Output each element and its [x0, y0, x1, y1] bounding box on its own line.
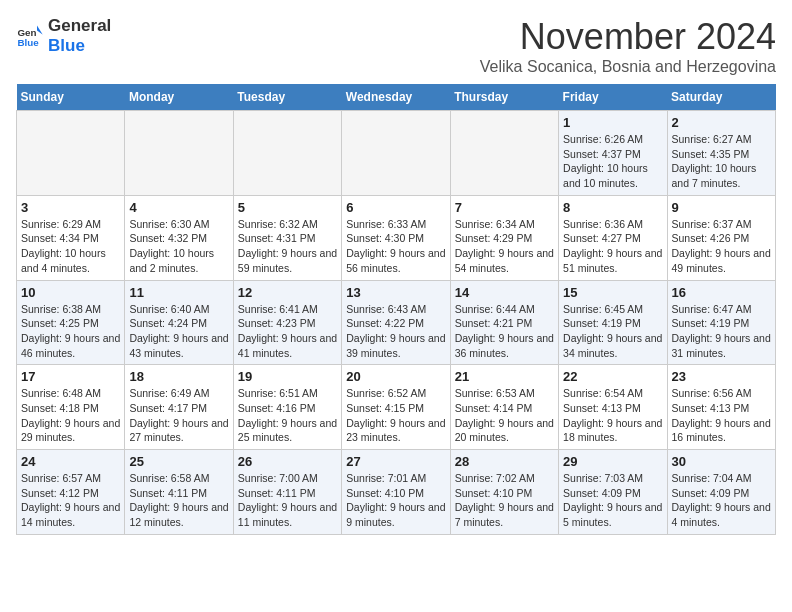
calendar-cell: 5Sunrise: 6:32 AMSunset: 4:31 PMDaylight… [233, 195, 341, 280]
day-info: Sunrise: 6:53 AMSunset: 4:14 PMDaylight:… [455, 386, 554, 445]
day-info: Sunrise: 6:43 AMSunset: 4:22 PMDaylight:… [346, 302, 445, 361]
calendar-cell: 18Sunrise: 6:49 AMSunset: 4:17 PMDayligh… [125, 365, 233, 450]
calendar-week-4: 17Sunrise: 6:48 AMSunset: 4:18 PMDayligh… [17, 365, 776, 450]
day-number: 19 [238, 369, 337, 384]
calendar-cell: 3Sunrise: 6:29 AMSunset: 4:34 PMDaylight… [17, 195, 125, 280]
day-number: 4 [129, 200, 228, 215]
logo-blue: Blue [48, 36, 85, 55]
svg-marker-2 [37, 26, 43, 35]
day-info: Sunrise: 6:38 AMSunset: 4:25 PMDaylight:… [21, 302, 120, 361]
day-info: Sunrise: 7:01 AMSunset: 4:10 PMDaylight:… [346, 471, 445, 530]
day-info: Sunrise: 6:32 AMSunset: 4:31 PMDaylight:… [238, 217, 337, 276]
weekday-thursday: Thursday [450, 84, 558, 111]
logo-general: General [48, 16, 111, 35]
weekday-saturday: Saturday [667, 84, 775, 111]
calendar-cell [17, 111, 125, 196]
day-number: 13 [346, 285, 445, 300]
calendar-table: SundayMondayTuesdayWednesdayThursdayFrid… [16, 84, 776, 535]
day-info: Sunrise: 6:52 AMSunset: 4:15 PMDaylight:… [346, 386, 445, 445]
calendar-cell: 14Sunrise: 6:44 AMSunset: 4:21 PMDayligh… [450, 280, 558, 365]
calendar-cell [125, 111, 233, 196]
day-number: 9 [672, 200, 771, 215]
calendar-cell: 11Sunrise: 6:40 AMSunset: 4:24 PMDayligh… [125, 280, 233, 365]
weekday-tuesday: Tuesday [233, 84, 341, 111]
day-info: Sunrise: 7:00 AMSunset: 4:11 PMDaylight:… [238, 471, 337, 530]
day-info: Sunrise: 6:51 AMSunset: 4:16 PMDaylight:… [238, 386, 337, 445]
day-info: Sunrise: 6:57 AMSunset: 4:12 PMDaylight:… [21, 471, 120, 530]
calendar-cell: 12Sunrise: 6:41 AMSunset: 4:23 PMDayligh… [233, 280, 341, 365]
location-title: Velika Socanica, Bosnia and Herzegovina [480, 58, 776, 76]
calendar-cell: 8Sunrise: 6:36 AMSunset: 4:27 PMDaylight… [559, 195, 667, 280]
calendar-week-5: 24Sunrise: 6:57 AMSunset: 4:12 PMDayligh… [17, 450, 776, 535]
day-number: 18 [129, 369, 228, 384]
day-number: 27 [346, 454, 445, 469]
weekday-sunday: Sunday [17, 84, 125, 111]
calendar-cell: 17Sunrise: 6:48 AMSunset: 4:18 PMDayligh… [17, 365, 125, 450]
day-number: 7 [455, 200, 554, 215]
day-number: 10 [21, 285, 120, 300]
day-info: Sunrise: 6:37 AMSunset: 4:26 PMDaylight:… [672, 217, 771, 276]
day-info: Sunrise: 7:03 AMSunset: 4:09 PMDaylight:… [563, 471, 662, 530]
weekday-wednesday: Wednesday [342, 84, 450, 111]
month-title: November 2024 [480, 16, 776, 58]
day-number: 14 [455, 285, 554, 300]
calendar-cell: 6Sunrise: 6:33 AMSunset: 4:30 PMDaylight… [342, 195, 450, 280]
day-number: 22 [563, 369, 662, 384]
calendar-cell: 4Sunrise: 6:30 AMSunset: 4:32 PMDaylight… [125, 195, 233, 280]
day-info: Sunrise: 6:26 AMSunset: 4:37 PMDaylight:… [563, 132, 662, 191]
day-number: 12 [238, 285, 337, 300]
calendar-cell: 16Sunrise: 6:47 AMSunset: 4:19 PMDayligh… [667, 280, 775, 365]
calendar-cell: 21Sunrise: 6:53 AMSunset: 4:14 PMDayligh… [450, 365, 558, 450]
day-number: 15 [563, 285, 662, 300]
calendar-cell: 19Sunrise: 6:51 AMSunset: 4:16 PMDayligh… [233, 365, 341, 450]
day-number: 8 [563, 200, 662, 215]
day-info: Sunrise: 6:29 AMSunset: 4:34 PMDaylight:… [21, 217, 120, 276]
calendar-cell: 10Sunrise: 6:38 AMSunset: 4:25 PMDayligh… [17, 280, 125, 365]
day-info: Sunrise: 6:48 AMSunset: 4:18 PMDaylight:… [21, 386, 120, 445]
day-number: 5 [238, 200, 337, 215]
day-info: Sunrise: 6:41 AMSunset: 4:23 PMDaylight:… [238, 302, 337, 361]
calendar-week-3: 10Sunrise: 6:38 AMSunset: 4:25 PMDayligh… [17, 280, 776, 365]
day-number: 11 [129, 285, 228, 300]
calendar-cell: 23Sunrise: 6:56 AMSunset: 4:13 PMDayligh… [667, 365, 775, 450]
calendar-cell: 20Sunrise: 6:52 AMSunset: 4:15 PMDayligh… [342, 365, 450, 450]
day-number: 23 [672, 369, 771, 384]
day-number: 16 [672, 285, 771, 300]
day-info: Sunrise: 7:02 AMSunset: 4:10 PMDaylight:… [455, 471, 554, 530]
day-info: Sunrise: 7:04 AMSunset: 4:09 PMDaylight:… [672, 471, 771, 530]
calendar-cell: 9Sunrise: 6:37 AMSunset: 4:26 PMDaylight… [667, 195, 775, 280]
weekday-monday: Monday [125, 84, 233, 111]
calendar-cell: 13Sunrise: 6:43 AMSunset: 4:22 PMDayligh… [342, 280, 450, 365]
calendar-body: 1Sunrise: 6:26 AMSunset: 4:37 PMDaylight… [17, 111, 776, 535]
calendar-cell: 7Sunrise: 6:34 AMSunset: 4:29 PMDaylight… [450, 195, 558, 280]
day-info: Sunrise: 6:27 AMSunset: 4:35 PMDaylight:… [672, 132, 771, 191]
day-number: 26 [238, 454, 337, 469]
day-info: Sunrise: 6:47 AMSunset: 4:19 PMDaylight:… [672, 302, 771, 361]
day-info: Sunrise: 6:49 AMSunset: 4:17 PMDaylight:… [129, 386, 228, 445]
calendar-cell: 28Sunrise: 7:02 AMSunset: 4:10 PMDayligh… [450, 450, 558, 535]
calendar-cell: 29Sunrise: 7:03 AMSunset: 4:09 PMDayligh… [559, 450, 667, 535]
calendar-cell: 27Sunrise: 7:01 AMSunset: 4:10 PMDayligh… [342, 450, 450, 535]
day-number: 21 [455, 369, 554, 384]
day-info: Sunrise: 6:44 AMSunset: 4:21 PMDaylight:… [455, 302, 554, 361]
day-number: 20 [346, 369, 445, 384]
day-info: Sunrise: 6:40 AMSunset: 4:24 PMDaylight:… [129, 302, 228, 361]
day-number: 24 [21, 454, 120, 469]
calendar-cell: 24Sunrise: 6:57 AMSunset: 4:12 PMDayligh… [17, 450, 125, 535]
calendar-cell [450, 111, 558, 196]
day-info: Sunrise: 6:58 AMSunset: 4:11 PMDaylight:… [129, 471, 228, 530]
calendar-cell: 2Sunrise: 6:27 AMSunset: 4:35 PMDaylight… [667, 111, 775, 196]
day-info: Sunrise: 6:56 AMSunset: 4:13 PMDaylight:… [672, 386, 771, 445]
svg-text:Blue: Blue [17, 37, 39, 48]
day-number: 1 [563, 115, 662, 130]
weekday-header-row: SundayMondayTuesdayWednesdayThursdayFrid… [17, 84, 776, 111]
day-number: 29 [563, 454, 662, 469]
day-info: Sunrise: 6:36 AMSunset: 4:27 PMDaylight:… [563, 217, 662, 276]
calendar-cell [342, 111, 450, 196]
calendar-week-2: 3Sunrise: 6:29 AMSunset: 4:34 PMDaylight… [17, 195, 776, 280]
calendar-cell: 1Sunrise: 6:26 AMSunset: 4:37 PMDaylight… [559, 111, 667, 196]
calendar-cell: 22Sunrise: 6:54 AMSunset: 4:13 PMDayligh… [559, 365, 667, 450]
day-number: 6 [346, 200, 445, 215]
day-info: Sunrise: 6:45 AMSunset: 4:19 PMDaylight:… [563, 302, 662, 361]
day-number: 28 [455, 454, 554, 469]
